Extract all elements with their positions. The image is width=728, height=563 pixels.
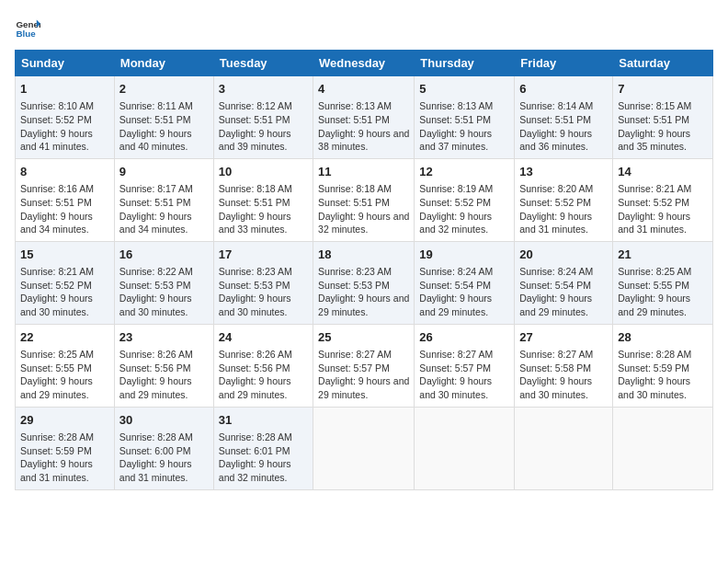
day-number: 20 bbox=[519, 247, 608, 263]
daylight-text: Daylight: 9 hours and 29 minutes. bbox=[20, 375, 93, 400]
day-number: 11 bbox=[318, 164, 409, 180]
sunset-text: Sunset: 5:51 PM bbox=[419, 114, 491, 125]
sunset-text: Sunset: 5:59 PM bbox=[618, 362, 689, 373]
sunset-text: Sunset: 5:55 PM bbox=[618, 280, 689, 291]
sunset-text: Sunset: 5:52 PM bbox=[519, 197, 591, 208]
sunrise-text: Sunrise: 8:22 AM bbox=[119, 266, 193, 277]
sunrise-text: Sunrise: 8:18 AM bbox=[318, 183, 392, 194]
sunset-text: Sunset: 5:53 PM bbox=[119, 280, 191, 291]
sunset-text: Sunset: 5:51 PM bbox=[219, 114, 290, 125]
calendar-cell bbox=[613, 407, 713, 489]
daylight-text: Daylight: 9 hours and 39 minutes. bbox=[219, 128, 291, 153]
sunset-text: Sunset: 5:53 PM bbox=[318, 280, 390, 291]
daylight-text: Daylight: 9 hours and 34 minutes. bbox=[119, 211, 192, 236]
day-number: 10 bbox=[219, 164, 308, 180]
daylight-text: Daylight: 9 hours and 31 minutes. bbox=[618, 211, 690, 236]
calendar-cell bbox=[515, 407, 613, 489]
daylight-text: Daylight: 9 hours and 31 minutes. bbox=[20, 458, 93, 483]
header: General Blue bbox=[15, 15, 713, 40]
logo: General Blue bbox=[15, 15, 44, 40]
daylight-text: Daylight: 9 hours and 29 minutes. bbox=[519, 293, 592, 317]
calendar-cell: 8Sunrise: 8:16 AMSunset: 5:51 PMDaylight… bbox=[16, 158, 115, 241]
sunrise-text: Sunrise: 8:24 AM bbox=[419, 266, 493, 277]
header-wednesday: Wednesday bbox=[313, 51, 415, 76]
calendar-cell bbox=[415, 407, 515, 489]
day-number: 13 bbox=[519, 164, 608, 180]
day-number: 19 bbox=[419, 247, 509, 263]
day-number: 3 bbox=[219, 81, 308, 98]
sunrise-text: Sunrise: 8:15 AM bbox=[618, 100, 691, 111]
day-number: 23 bbox=[119, 329, 209, 346]
sunrise-text: Sunrise: 8:28 AM bbox=[219, 431, 292, 442]
calendar-cell: 20Sunrise: 8:24 AMSunset: 5:54 PMDayligh… bbox=[515, 241, 613, 324]
day-number: 12 bbox=[419, 164, 509, 180]
daylight-text: Daylight: 9 hours and 35 minutes. bbox=[618, 128, 690, 153]
daylight-text: Daylight: 9 hours and 32 minutes. bbox=[219, 458, 291, 483]
sunrise-text: Sunrise: 8:17 AM bbox=[119, 183, 193, 194]
header-sunday: Sunday bbox=[16, 51, 115, 76]
sunrise-text: Sunrise: 8:28 AM bbox=[618, 349, 691, 360]
daylight-text: Daylight: 9 hours and 41 minutes. bbox=[20, 128, 93, 153]
day-number: 17 bbox=[219, 247, 308, 263]
day-number: 16 bbox=[119, 247, 209, 263]
sunrise-text: Sunrise: 8:25 AM bbox=[20, 349, 94, 360]
daylight-text: Daylight: 9 hours and 29 minutes. bbox=[119, 375, 192, 400]
calendar-cell: 15Sunrise: 8:21 AMSunset: 5:52 PMDayligh… bbox=[16, 241, 115, 324]
calendar-cell: 28Sunrise: 8:28 AMSunset: 5:59 PMDayligh… bbox=[613, 324, 713, 407]
daylight-text: Daylight: 9 hours and 30 minutes. bbox=[618, 375, 690, 400]
sunrise-text: Sunrise: 8:18 AM bbox=[219, 183, 292, 194]
sunset-text: Sunset: 5:55 PM bbox=[20, 362, 92, 373]
calendar-cell: 30Sunrise: 8:28 AMSunset: 6:00 PMDayligh… bbox=[114, 407, 213, 489]
day-number: 29 bbox=[20, 412, 109, 429]
day-number: 18 bbox=[318, 247, 409, 263]
calendar-cell: 27Sunrise: 8:27 AMSunset: 5:58 PMDayligh… bbox=[515, 324, 613, 407]
calendar-week-2: 8Sunrise: 8:16 AMSunset: 5:51 PMDaylight… bbox=[16, 158, 713, 241]
svg-text:Blue: Blue bbox=[16, 29, 36, 39]
day-number: 7 bbox=[618, 81, 708, 98]
daylight-text: Daylight: 9 hours and 30 minutes. bbox=[419, 375, 492, 400]
calendar-cell: 10Sunrise: 8:18 AMSunset: 5:51 PMDayligh… bbox=[213, 158, 313, 241]
sunrise-text: Sunrise: 8:13 AM bbox=[318, 100, 392, 111]
sunset-text: Sunset: 5:53 PM bbox=[219, 280, 290, 291]
calendar-cell: 4Sunrise: 8:13 AMSunset: 5:51 PMDaylight… bbox=[313, 76, 415, 159]
calendar-cell: 7Sunrise: 8:15 AMSunset: 5:51 PMDaylight… bbox=[613, 76, 713, 159]
sunrise-text: Sunrise: 8:27 AM bbox=[519, 349, 593, 360]
sunrise-text: Sunrise: 8:27 AM bbox=[318, 349, 392, 360]
sunrise-text: Sunrise: 8:28 AM bbox=[119, 431, 193, 442]
daylight-text: Daylight: 9 hours and 29 minutes. bbox=[419, 293, 492, 317]
calendar-cell: 19Sunrise: 8:24 AMSunset: 5:54 PMDayligh… bbox=[415, 241, 515, 324]
day-number: 6 bbox=[519, 81, 608, 98]
sunrise-text: Sunrise: 8:23 AM bbox=[318, 266, 392, 277]
calendar-cell: 18Sunrise: 8:23 AMSunset: 5:53 PMDayligh… bbox=[313, 241, 415, 324]
daylight-text: Daylight: 9 hours and 29 minutes. bbox=[618, 293, 690, 317]
sunrise-text: Sunrise: 8:26 AM bbox=[219, 349, 292, 360]
sunset-text: Sunset: 5:57 PM bbox=[318, 362, 390, 373]
day-number: 26 bbox=[419, 329, 509, 346]
day-number: 8 bbox=[20, 164, 109, 180]
sunset-text: Sunset: 5:51 PM bbox=[618, 114, 689, 125]
calendar-cell: 24Sunrise: 8:26 AMSunset: 5:56 PMDayligh… bbox=[213, 324, 313, 407]
day-number: 30 bbox=[119, 412, 209, 429]
day-number: 31 bbox=[219, 412, 308, 429]
calendar-table: SundayMondayTuesdayWednesdayThursdayFrid… bbox=[15, 50, 713, 490]
calendar-cell: 29Sunrise: 8:28 AMSunset: 5:59 PMDayligh… bbox=[16, 407, 115, 489]
calendar-cell: 6Sunrise: 8:14 AMSunset: 5:51 PMDaylight… bbox=[515, 76, 613, 159]
sunset-text: Sunset: 5:57 PM bbox=[419, 362, 491, 373]
header-friday: Friday bbox=[515, 51, 613, 76]
sunset-text: Sunset: 5:51 PM bbox=[318, 114, 390, 125]
day-number: 28 bbox=[618, 329, 708, 346]
day-number: 21 bbox=[618, 247, 708, 263]
sunset-text: Sunset: 6:00 PM bbox=[119, 445, 191, 456]
calendar-cell: 9Sunrise: 8:17 AMSunset: 5:51 PMDaylight… bbox=[114, 158, 213, 241]
sunset-text: Sunset: 5:58 PM bbox=[519, 362, 591, 373]
sunset-text: Sunset: 5:51 PM bbox=[119, 197, 191, 208]
sunrise-text: Sunrise: 8:23 AM bbox=[219, 266, 292, 277]
day-number: 27 bbox=[519, 329, 608, 346]
day-number: 22 bbox=[20, 329, 109, 346]
daylight-text: Daylight: 9 hours and 38 minutes. bbox=[318, 128, 409, 153]
sunrise-text: Sunrise: 8:12 AM bbox=[219, 100, 292, 111]
sunrise-text: Sunrise: 8:14 AM bbox=[519, 100, 593, 111]
sunrise-text: Sunrise: 8:16 AM bbox=[20, 183, 94, 194]
calendar-cell: 16Sunrise: 8:22 AMSunset: 5:53 PMDayligh… bbox=[114, 241, 213, 324]
daylight-text: Daylight: 9 hours and 30 minutes. bbox=[119, 293, 192, 317]
